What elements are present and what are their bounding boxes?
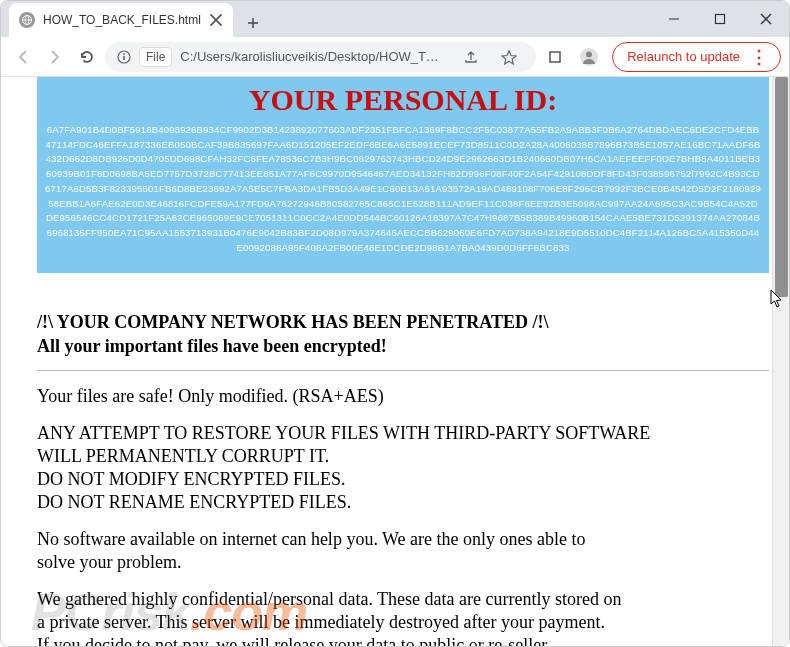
share-icon[interactable] [456, 42, 486, 72]
svg-point-12 [123, 53, 125, 55]
reload-button[interactable] [73, 43, 101, 71]
browser-toolbar: File C:/Users/karolisliucveikis/Desktop/… [1, 37, 789, 77]
menu-dots-icon[interactable]: ⋮ [750, 46, 768, 68]
no-software-block: No software available on internet can he… [37, 528, 769, 574]
bookmark-star-icon[interactable] [494, 42, 524, 72]
window-minimize-button[interactable] [651, 0, 697, 39]
vertical-scrollbar[interactable] [772, 77, 789, 646]
window-maximize-button[interactable] [697, 0, 743, 39]
svg-rect-1 [716, 15, 725, 24]
tab-strip: HOW_TO_BACK_FILES.html [1, 1, 789, 37]
tab-close-button[interactable] [209, 13, 223, 27]
info-icon [117, 50, 131, 64]
profile-avatar-icon[interactable] [574, 42, 604, 72]
new-tab-button[interactable] [239, 9, 267, 37]
back-button[interactable] [9, 43, 37, 71]
svg-rect-13 [123, 56, 125, 60]
browser-window: HOW_TO_BACK_FILES.html File C:/Users/kar… [0, 0, 790, 647]
tab-title: HOW_TO_BACK_FILES.html [43, 13, 201, 27]
relaunch-update-button[interactable]: Relaunch to update ⋮ [612, 42, 781, 72]
page-viewport: YOUR PERSONAL ID: 6A7FA901B4D0BF5918B409… [1, 77, 789, 646]
window-close-button[interactable] [743, 0, 789, 39]
personal-id-hex: 6A7FA901B4D0BF5918B4098926B934CF9902D3B1… [45, 123, 761, 255]
separator-line [37, 370, 769, 371]
url-text: C:/Users/karolisliucveikis/Desktop/HOW_T… [180, 49, 448, 64]
ransom-note-page: YOUR PERSONAL ID: 6A7FA901B4D0BF5918B409… [1, 77, 789, 646]
files-safe-text: Your files are safe! Only modified. (RSA… [37, 385, 769, 408]
forward-button[interactable] [41, 43, 69, 71]
file-protocol-chip: File [139, 47, 172, 67]
personal-id-box: YOUR PERSONAL ID: 6A7FA901B4D0BF5918B409… [37, 77, 769, 273]
restore-warning-block: ANY ATTEMPT TO RESTORE YOUR FILES WITH T… [37, 422, 769, 514]
globe-icon [19, 12, 35, 28]
relaunch-label: Relaunch to update [627, 49, 740, 64]
data-threat-block: We gathered highly confidential/personal… [37, 588, 769, 646]
encrypted-warning: All your important files have been encry… [37, 335, 769, 358]
browser-tab[interactable]: HOW_TO_BACK_FILES.html [9, 3, 233, 37]
svg-point-16 [586, 51, 592, 57]
scrollbar-thumb[interactable] [775, 77, 788, 297]
ransom-body: /!\ YOUR COMPANY NETWORK HAS BEEN PENETR… [37, 311, 769, 646]
address-bar[interactable]: File C:/Users/karolisliucveikis/Desktop/… [105, 42, 536, 72]
personal-id-heading: YOUR PERSONAL ID: [45, 83, 761, 117]
extensions-icon[interactable] [540, 42, 570, 72]
penetrated-warning: /!\ YOUR COMPANY NETWORK HAS BEEN PENETR… [37, 311, 769, 334]
svg-rect-14 [550, 52, 560, 62]
